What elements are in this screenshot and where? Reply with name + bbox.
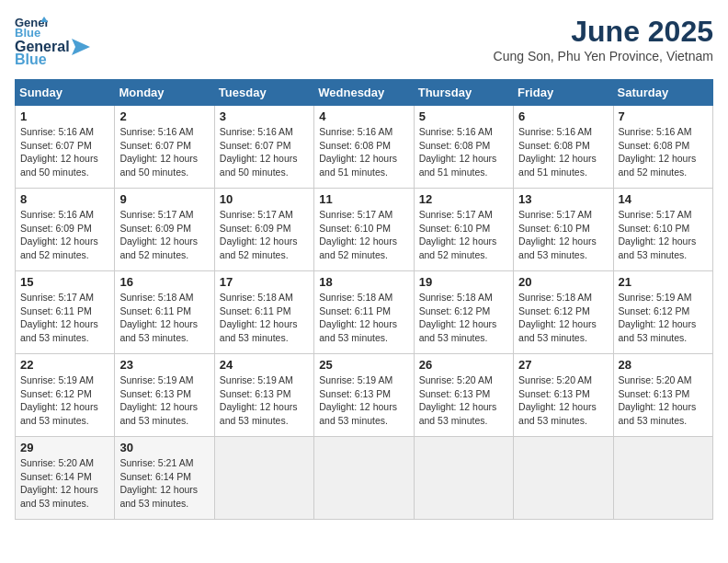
calendar-cell: 6Sunrise: 5:16 AMSunset: 6:08 PMDaylight… (514, 106, 613, 189)
day-info: Sunrise: 5:18 AMSunset: 6:12 PMDaylight:… (518, 291, 608, 345)
day-info: Sunrise: 5:16 AMSunset: 6:07 PMDaylight:… (119, 125, 209, 179)
calendar-cell: 1Sunrise: 5:16 AMSunset: 6:07 PMDaylight… (16, 106, 115, 189)
calendar-cell: 27Sunrise: 5:20 AMSunset: 6:13 PMDayligh… (514, 354, 613, 437)
header: General Blue General Blue June 2025 Cung… (15, 15, 713, 68)
calendar-cell: 18Sunrise: 5:18 AMSunset: 6:11 PMDayligh… (314, 271, 414, 354)
calendar-cell: 20Sunrise: 5:18 AMSunset: 6:12 PMDayligh… (514, 271, 613, 354)
day-info: Sunrise: 5:18 AMSunset: 6:11 PMDaylight:… (220, 291, 309, 345)
title-area: June 2025 Cung Son, Phu Yen Province, Vi… (494, 15, 713, 63)
day-number: 4 (319, 109, 408, 123)
calendar-cell: 5Sunrise: 5:16 AMSunset: 6:08 PMDaylight… (414, 106, 513, 189)
calendar-cell: 8Sunrise: 5:16 AMSunset: 6:09 PMDaylight… (16, 189, 115, 271)
day-number: 28 (619, 358, 708, 372)
day-number: 11 (319, 192, 408, 206)
day-number: 27 (518, 358, 608, 372)
calendar-cell: 9Sunrise: 5:17 AMSunset: 6:09 PMDaylight… (115, 189, 214, 271)
calendar-cell: 12Sunrise: 5:17 AMSunset: 6:10 PMDayligh… (414, 189, 513, 271)
day-number: 20 (518, 275, 608, 289)
day-number: 29 (20, 441, 109, 454)
day-info: Sunrise: 5:17 AMSunset: 6:09 PMDaylight:… (119, 208, 209, 262)
day-number: 1 (20, 109, 109, 123)
calendar-cell: 30Sunrise: 5:21 AMSunset: 6:14 PMDayligh… (115, 437, 214, 520)
calendar-body: 1Sunrise: 5:16 AMSunset: 6:07 PMDaylight… (16, 106, 713, 520)
calendar-cell: 7Sunrise: 5:16 AMSunset: 6:08 PMDaylight… (613, 106, 712, 189)
day-number: 21 (619, 275, 708, 289)
day-info: Sunrise: 5:18 AMSunset: 6:12 PMDaylight:… (419, 291, 508, 345)
calendar-cell: 19Sunrise: 5:18 AMSunset: 6:12 PMDayligh… (414, 271, 513, 354)
day-number: 19 (419, 275, 508, 289)
calendar-cell: 17Sunrise: 5:18 AMSunset: 6:11 PMDayligh… (214, 271, 313, 354)
day-number: 3 (220, 109, 309, 123)
day-info: Sunrise: 5:20 AMSunset: 6:13 PMDaylight:… (518, 373, 608, 428)
calendar-cell: 3Sunrise: 5:16 AMSunset: 6:07 PMDaylight… (214, 106, 313, 189)
week-row-1: 1Sunrise: 5:16 AMSunset: 6:07 PMDaylight… (16, 106, 713, 189)
day-info: Sunrise: 5:19 AMSunset: 6:13 PMDaylight:… (319, 373, 408, 428)
calendar-cell: 13Sunrise: 5:17 AMSunset: 6:10 PMDayligh… (514, 189, 613, 271)
calendar-cell (214, 437, 313, 520)
day-number: 30 (119, 441, 209, 454)
month-title: June 2025 (494, 15, 713, 49)
day-info: Sunrise: 5:17 AMSunset: 6:10 PMDaylight:… (619, 208, 708, 262)
logo: General Blue General Blue (15, 15, 90, 68)
day-number: 7 (619, 109, 708, 123)
day-info: Sunrise: 5:18 AMSunset: 6:11 PMDaylight:… (319, 291, 408, 345)
calendar-cell (414, 437, 513, 520)
logo-arrow-icon (72, 39, 90, 55)
day-info: Sunrise: 5:17 AMSunset: 6:09 PMDaylight:… (220, 208, 309, 262)
calendar-cell: 2Sunrise: 5:16 AMSunset: 6:07 PMDaylight… (115, 106, 214, 189)
calendar-cell: 10Sunrise: 5:17 AMSunset: 6:09 PMDayligh… (214, 189, 313, 271)
day-number: 25 (319, 358, 408, 372)
calendar-cell: 24Sunrise: 5:19 AMSunset: 6:13 PMDayligh… (214, 354, 313, 437)
day-number: 2 (119, 109, 209, 123)
calendar: SundayMondayTuesdayWednesdayThursdayFrid… (15, 79, 713, 520)
week-row-3: 15Sunrise: 5:17 AMSunset: 6:11 PMDayligh… (16, 271, 713, 354)
day-info: Sunrise: 5:18 AMSunset: 6:11 PMDaylight:… (119, 291, 209, 345)
calendar-cell: 15Sunrise: 5:17 AMSunset: 6:11 PMDayligh… (16, 271, 115, 354)
dow-tuesday: Tuesday (214, 80, 313, 106)
day-info: Sunrise: 5:20 AMSunset: 6:14 PMDaylight:… (20, 456, 109, 511)
day-info: Sunrise: 5:17 AMSunset: 6:10 PMDaylight:… (518, 208, 608, 262)
day-info: Sunrise: 5:16 AMSunset: 6:08 PMDaylight:… (619, 125, 708, 179)
dow-wednesday: Wednesday (314, 80, 414, 106)
day-number: 13 (518, 192, 608, 206)
day-number: 6 (518, 109, 608, 123)
dow-saturday: Saturday (613, 80, 712, 106)
day-info: Sunrise: 5:17 AMSunset: 6:11 PMDaylight:… (20, 291, 109, 345)
day-info: Sunrise: 5:16 AMSunset: 6:07 PMDaylight:… (20, 125, 109, 179)
day-number: 15 (20, 275, 109, 289)
day-number: 16 (119, 275, 209, 289)
day-info: Sunrise: 5:16 AMSunset: 6:08 PMDaylight:… (419, 125, 508, 179)
day-info: Sunrise: 5:16 AMSunset: 6:07 PMDaylight:… (220, 125, 309, 179)
week-row-5: 29Sunrise: 5:20 AMSunset: 6:14 PMDayligh… (16, 437, 713, 520)
location-title: Cung Son, Phu Yen Province, Vietnam (494, 49, 713, 63)
day-number: 9 (119, 192, 209, 206)
day-number: 8 (20, 192, 109, 206)
day-number: 5 (419, 109, 508, 123)
calendar-cell: 14Sunrise: 5:17 AMSunset: 6:10 PMDayligh… (613, 189, 712, 271)
day-info: Sunrise: 5:19 AMSunset: 6:12 PMDaylight:… (619, 291, 708, 345)
calendar-cell: 25Sunrise: 5:19 AMSunset: 6:13 PMDayligh… (314, 354, 414, 437)
calendar-cell: 16Sunrise: 5:18 AMSunset: 6:11 PMDayligh… (115, 271, 214, 354)
day-number: 18 (319, 275, 408, 289)
day-number: 17 (220, 275, 309, 289)
dow-monday: Monday (115, 80, 214, 106)
days-of-week-row: SundayMondayTuesdayWednesdayThursdayFrid… (16, 80, 713, 106)
calendar-cell: 26Sunrise: 5:20 AMSunset: 6:13 PMDayligh… (414, 354, 513, 437)
calendar-cell: 22Sunrise: 5:19 AMSunset: 6:12 PMDayligh… (16, 354, 115, 437)
day-info: Sunrise: 5:16 AMSunset: 6:08 PMDaylight:… (319, 125, 408, 179)
day-number: 23 (119, 358, 209, 372)
calendar-cell: 4Sunrise: 5:16 AMSunset: 6:08 PMDaylight… (314, 106, 414, 189)
day-info: Sunrise: 5:19 AMSunset: 6:13 PMDaylight:… (119, 373, 209, 428)
calendar-cell: 23Sunrise: 5:19 AMSunset: 6:13 PMDayligh… (115, 354, 214, 437)
day-number: 26 (419, 358, 508, 372)
logo-blue-text: Blue (15, 52, 47, 68)
dow-friday: Friday (514, 80, 613, 106)
svg-text:Blue: Blue (15, 26, 40, 39)
calendar-cell (514, 437, 613, 520)
day-info: Sunrise: 5:21 AMSunset: 6:14 PMDaylight:… (119, 456, 209, 511)
day-number: 12 (419, 192, 508, 206)
day-number: 24 (220, 358, 309, 372)
calendar-cell: 21Sunrise: 5:19 AMSunset: 6:12 PMDayligh… (613, 271, 712, 354)
dow-sunday: Sunday (16, 80, 115, 106)
day-number: 22 (20, 358, 109, 372)
